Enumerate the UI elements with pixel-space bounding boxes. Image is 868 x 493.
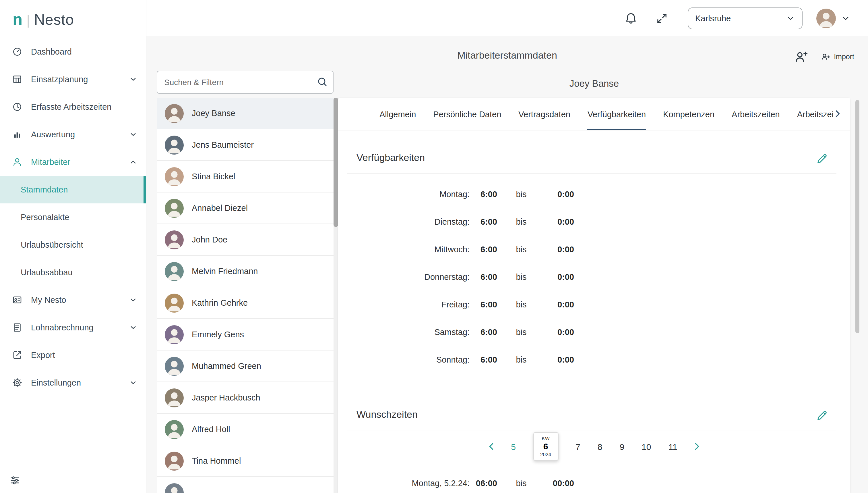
time-to: 0:00 [537, 300, 574, 309]
day-label: Donnerstag: [347, 272, 470, 282]
sidebar-item-export[interactable]: Export [0, 341, 146, 369]
employee-row-emmely-gens[interactable]: Emmely Gens [157, 319, 334, 350]
avatar [165, 167, 184, 186]
edit-wunschzeiten-button[interactable] [816, 409, 828, 422]
employee-row-muhammed-green[interactable]: Muhammed Green [157, 350, 334, 382]
tab-kompetenzen[interactable]: Kompetenzen [663, 98, 714, 130]
sidebar-item-label: Einsatzplanung [31, 75, 88, 84]
location-select[interactable]: Karlsruhe [688, 7, 803, 29]
edit-availability-button[interactable] [816, 152, 828, 165]
search-icon [317, 77, 328, 87]
time-to: 0:00 [537, 190, 574, 199]
week-11[interactable]: 11 [668, 442, 677, 451]
avatar [165, 388, 184, 407]
bis-label: bis [505, 300, 537, 309]
employee-row-kathrin-gehrke[interactable]: Kathrin Gehrke [157, 287, 334, 319]
pencil-icon [816, 152, 828, 165]
sidebar-item-my-nesto[interactable]: My Nesto [0, 286, 146, 314]
user-avatar[interactable] [816, 8, 836, 28]
planning-icon [12, 74, 22, 84]
sidebar-collapse-button[interactable] [9, 475, 21, 486]
tab-persoenliche-daten[interactable]: Persönliche Daten [433, 98, 501, 130]
wunschzeiten-row-montag-5-2-24: Montag, 5.2.24: 06:00 bis 00:00 [347, 469, 841, 493]
next-week-button[interactable] [691, 441, 703, 452]
tab-vertragsdaten[interactable]: Vertragsdaten [518, 98, 570, 130]
employee-name: Tina Hommel [192, 456, 241, 466]
sidebar-item-auswertung[interactable]: Auswertung [0, 121, 146, 148]
employee-row-stina-bickel[interactable]: Stina Bickel [157, 161, 334, 192]
badge-icon [12, 295, 22, 305]
add-employee-button[interactable] [794, 50, 808, 64]
employee-detail-card: Allgemein Persönliche Daten Vertragsdate… [338, 98, 850, 493]
export-icon [12, 350, 22, 360]
employee-row-13[interactable] [157, 477, 334, 493]
employee-row-melvin-friedmann[interactable]: Melvin Friedmann [157, 256, 334, 287]
logo-mark: n [13, 10, 22, 29]
search-button[interactable] [317, 77, 328, 87]
notifications-button[interactable] [624, 12, 637, 24]
person-silhouette [165, 198, 184, 217]
tab-arbeitszeiten[interactable]: Arbeitszeiten [732, 98, 780, 130]
page-scrollbar[interactable] [855, 100, 860, 493]
tab-label: Verfügbarkeiten [588, 109, 646, 119]
sidebar-item-lohnabrechnung[interactable]: Lohnabrechnung [0, 314, 146, 341]
sidebar-item-personalakte[interactable]: Personalakte [0, 203, 146, 231]
time-to: 0:00 [537, 272, 574, 282]
people-icon [12, 157, 22, 167]
employee-detail-title: Joey Banse [338, 77, 850, 90]
employee-name: Kathrin Gehrke [192, 298, 248, 307]
tab-allgemein[interactable]: Allgemein [380, 98, 416, 130]
sidebar-item-urlaubsabbau[interactable]: Urlaubsabbau [0, 259, 146, 286]
bis-label: bis [505, 327, 537, 337]
previous-week-button[interactable] [486, 441, 497, 452]
user-menu-button[interactable] [841, 13, 851, 23]
avatar-image [816, 8, 836, 28]
week-6-current[interactable]: KW62024 [533, 432, 558, 461]
sidebar-item-erfasste-arbeitszeiten[interactable]: Erfasste Arbeitszeiten [0, 93, 146, 121]
availability-row-samstag: Samstag: 6:00 bis 0:00 [347, 318, 841, 346]
sidebar-item-einsatzplanung[interactable]: Einsatzplanung [0, 65, 146, 93]
employee-row-joey-banse[interactable]: Joey Banse [157, 98, 334, 129]
detail-tabs: Allgemein Persönliche Daten Vertragsdate… [338, 98, 850, 130]
employee-row-jens-baumeister[interactable]: Jens Baumeister [157, 129, 334, 161]
employee-list-scrollbar[interactable] [334, 98, 338, 493]
avatar [165, 104, 184, 123]
chevron-down-icon [786, 14, 795, 23]
sidebar-item-label: Lohnabrechnung [31, 323, 94, 332]
week-9[interactable]: 9 [619, 442, 624, 451]
person-silhouette [165, 357, 184, 376]
sidebar-item-label: Auswertung [31, 130, 75, 139]
app-logo[interactable]: n | Nesto [0, 0, 146, 30]
week-8[interactable]: 8 [598, 442, 602, 451]
employee-row-alfred-holl[interactable]: Alfred Holl [157, 414, 334, 445]
employee-detail-panel: Joey Banse Allgemein Persönliche Daten [338, 71, 850, 493]
tab-verfuegbarkeiten[interactable]: Verfügbarkeiten [588, 98, 646, 130]
employee-name: Alfred Holl [192, 425, 230, 434]
fullscreen-button[interactable] [656, 12, 668, 24]
sidebar-item-urlaubsuebersicht[interactable]: Urlaubsübersicht [0, 231, 146, 259]
employee-row-jasper-hackbusch[interactable]: Jasper Hackbusch [157, 382, 334, 414]
sidebar-item-stammdaten[interactable]: Stammdaten [0, 176, 146, 203]
employee-row-tina-hommel[interactable]: Tina Hommel [157, 445, 334, 477]
scrollbar-thumb[interactable] [334, 98, 338, 227]
employee-row-annabel-diezel[interactable]: Annabel Diezel [157, 192, 334, 224]
employee-row-john-doe[interactable]: John Doe [157, 224, 334, 256]
sidebar-item-einstellungen[interactable]: Einstellungen [0, 369, 146, 396]
import-button[interactable]: Import [821, 52, 854, 62]
app-window: n | Nesto Dashboard Einsatzplanung [0, 0, 868, 493]
tab-arbeitszei[interactable]: Arbeitszei [797, 98, 833, 130]
bis-label: bis [505, 479, 537, 488]
week-5[interactable]: 5 [511, 442, 516, 451]
bis-label: bis [505, 217, 537, 227]
week-10[interactable]: 10 [641, 442, 651, 451]
scrollbar-thumb[interactable] [855, 100, 860, 333]
day-label: Dienstag: [347, 217, 470, 227]
search-input[interactable] [157, 71, 334, 94]
sidebar-item-dashboard[interactable]: Dashboard [0, 38, 146, 65]
sidebar-item-label: My Nesto [31, 295, 66, 304]
sidebar-item-mitarbeiter[interactable]: Mitarbeiter [0, 148, 146, 176]
week-7[interactable]: 7 [575, 442, 580, 451]
chevron-down-icon [129, 323, 138, 332]
availability-section: Verfügbarkeiten Montag: 6:00 bis 0:00 [338, 151, 850, 373]
day-label: Freitag: [347, 300, 470, 309]
